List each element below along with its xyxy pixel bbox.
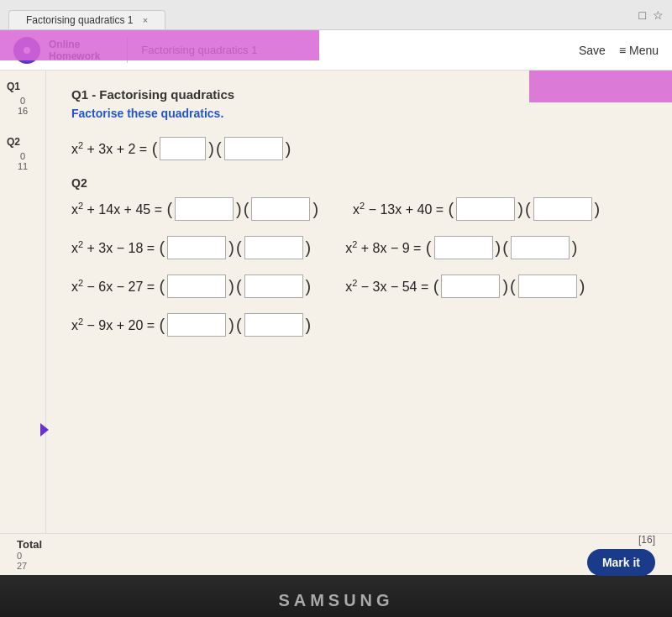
q2-eq2: x2 − 13x + 40 = ( ) ( ) [353,197,601,221]
bottom-bar: Total 0 27 [16] Mark it [0,533,672,575]
q1-eq1-open-paren2: ( [216,139,222,159]
q2-eq6-lhs: x2 − 3x − 54 = [345,278,433,295]
q2-eq2-open2: ( [525,200,531,219]
q2-eq2-input2[interactable] [533,197,592,221]
tab-label: Factorising quadratics 1 [26,14,133,26]
q2-eq5-open1: ( [160,277,165,296]
q2-eq1-close2: ) [312,200,318,219]
sidebar-q2-section: Q2 0 11 [3,133,42,175]
pink-overlay-left [0,30,319,60]
q2-eq7-lhs: x2 − 9x + 20 = [71,316,159,333]
q2-eq1-lhs: x2 + 14x + 45 = [71,201,165,217]
menu-button[interactable]: ≡ Menu [619,44,659,57]
window-icon[interactable]: □ [639,8,646,22]
sidebar-q1-score-bottom: 16 [7,106,39,116]
q2-eq3-close2: ) [306,238,312,258]
q2-eq1-open1: ( [166,200,172,219]
q1-eq1-close-paren2: ) [286,139,291,159]
q2-eq6-open1: ( [433,277,439,296]
q2-eq1: x2 + 14x + 45 = ( ) ( ) [71,197,319,221]
q2-eq7-close2: ) [306,316,312,335]
q2-eq3: x2 + 3x − 18 = ( ) ( ) [71,236,312,259]
q2-eq7-open1: ( [160,316,165,335]
mark-it-button[interactable]: Mark it [587,549,655,576]
q2-eq4-input1[interactable] [434,236,493,259]
q2-eq6-close1: ) [502,277,508,296]
q2-eq7: x2 − 9x + 20 = ( ) ( ) [71,313,312,337]
q1-eq1-input2[interactable] [224,137,283,160]
q2-eq5-close2: ) [306,277,312,296]
q1-eq1-open-paren1: ( [152,139,158,159]
q2-eq4-close2: ) [572,238,578,258]
sidebar-q1-label: Q1 [7,81,39,92]
q2-eq6-input1[interactable] [441,275,500,298]
q2-eq6-input2[interactable] [518,275,577,298]
q2-eq2-close2: ) [595,200,601,219]
q2-eq7-close1: ) [228,316,234,335]
q2-eq3-lhs: x2 + 3x − 18 = [71,239,159,256]
sidebar-q1-score-top: 0 [7,96,39,106]
q2-eq2-input1[interactable] [456,197,515,221]
q1-eq1-row: x2 + 3x + 2 = ( ) ( ) [71,137,647,160]
q2-row3: x2 − 6x − 27 = ( ) ( ) x2 − 3x − 54 = ( … [71,275,647,298]
q2-eq3-open1: ( [160,238,165,258]
star-icon[interactable]: ☆ [653,8,664,22]
q1-eq1-close-paren1: ) [208,139,214,159]
q2-eq4-open2: ( [502,238,508,258]
q2-eq3-input1[interactable] [167,236,226,259]
q2-eq7-open2: ( [236,316,242,335]
q2-row4: x2 − 9x + 20 = ( ) ( ) [71,313,647,337]
q2-eq4-open1: ( [426,238,432,258]
q2-row2: x2 + 3x − 18 = ( ) ( ) x2 + 8x − 9 = ( )… [71,236,647,259]
q2-eq6: x2 − 3x − 54 = ( ) ( ) [345,275,585,298]
total-score-top: 0 [17,551,42,561]
q1-instruction: Factorise these quadratics. [71,107,647,120]
q1-eq1: x2 + 3x + 2 = ( ) ( ) [71,137,291,160]
q2-eq5-input1[interactable] [167,275,226,298]
q2-eq1-input1[interactable] [175,197,234,221]
q2-eq1-close1: ) [236,200,242,219]
browser-bar: Factorising quadratics 1 × □ ☆ [0,0,672,30]
total-section: Total 0 27 [17,538,42,571]
tab-area: Factorising quadratics 1 × [8,0,165,29]
q2-eq4-close1: ) [496,238,501,258]
sidebar-q1-section: Q1 0 16 [3,77,42,119]
q1-eq1-lhs: x2 + 3x + 2 = [71,140,151,157]
q2-eq4-input2[interactable] [511,236,570,259]
q2-eq3-close1: ) [228,238,234,258]
q2-eq6-open2: ( [510,277,516,296]
samsung-label: SAMSUNG [278,591,393,610]
sidebar-q2-score-bottom: 11 [7,161,39,171]
content-area: Q1 - Factorising quadratics Factorise th… [46,71,672,533]
q2-eq1-input2[interactable] [251,197,310,221]
q2-eq3-input2[interactable] [244,236,303,259]
q1-eq1-input1[interactable] [160,137,206,160]
q2-eq7-input2[interactable] [244,313,303,337]
save-button[interactable]: Save [579,44,606,57]
q2-eq7-input1[interactable] [167,313,226,337]
q1-title: Q1 - Factorising quadratics [71,87,234,102]
q2-eq4: x2 + 8x − 9 = ( ) ( ) [345,236,578,259]
mark-it-section: [16] Mark it [587,534,655,576]
score-bracket: [16] [638,534,655,546]
browser-tab[interactable]: Factorising quadratics 1 × [8,10,165,29]
total-score-bottom: 27 [17,561,42,571]
q2-row1: x2 + 14x + 45 = ( ) ( ) x2 − 13x + 40 = … [71,197,647,221]
q2-eq3-open2: ( [236,238,242,258]
samsung-brand-bar: SAMSUNG [0,575,672,617]
q2-eq5: x2 − 6x − 27 = ( ) ( ) [71,275,312,298]
header-right: Save ≡ Menu [579,44,659,57]
q2-eq6-close2: ) [580,277,585,296]
q2-eq5-open2: ( [236,277,242,296]
close-tab-icon[interactable]: × [143,15,148,25]
q2-eq5-lhs: x2 − 6x − 27 = [71,278,159,295]
sidebar-arrow-indicator [40,423,49,437]
q2-eq2-lhs: x2 − 13x + 40 = [353,201,447,217]
q2-eq4-lhs: x2 + 8x − 9 = [345,239,425,256]
q2-eq1-open2: ( [244,200,249,219]
q2-eq5-input2[interactable] [244,275,303,298]
browser-controls: □ ☆ [639,8,664,22]
pink-overlay-right [529,71,672,102]
q2-eq2-close1: ) [517,200,523,219]
q2-label: Q2 [71,176,87,190]
